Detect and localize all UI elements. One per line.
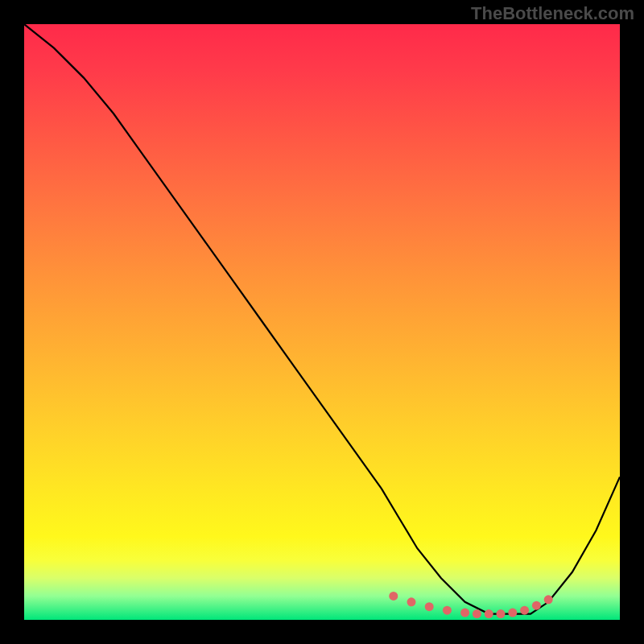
highlight-dot	[532, 601, 541, 610]
plot-area	[24, 24, 620, 620]
highlight-dot	[508, 609, 517, 617]
highlight-dot	[485, 609, 493, 618]
highlight-dot	[497, 609, 506, 618]
highlight-dot	[473, 609, 481, 618]
highlight-dot	[520, 606, 529, 615]
chart-svg	[24, 24, 620, 620]
highlight-dot	[389, 592, 398, 601]
highlight-dot	[425, 602, 434, 611]
chart-container: TheBottleneck.com	[0, 0, 644, 644]
highlight-dot	[460, 609, 469, 617]
highlight-dot	[443, 606, 452, 615]
main-curve-path	[24, 24, 620, 614]
highlight-dot	[544, 595, 553, 604]
watermark-text: TheBottleneck.com	[471, 3, 634, 24]
highlight-dot	[407, 597, 416, 606]
